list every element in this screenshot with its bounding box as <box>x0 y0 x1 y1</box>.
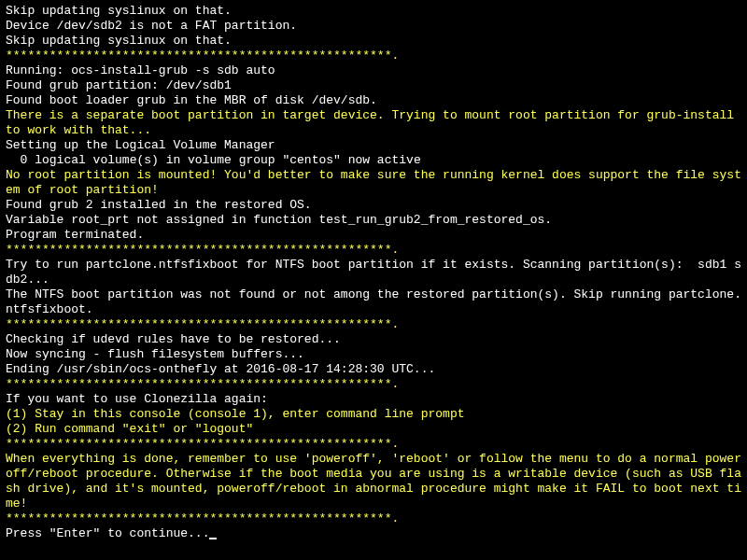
terminal-line: When everything is done, remember to use… <box>6 452 741 511</box>
terminal-line: ****************************************… <box>6 437 741 452</box>
terminal-line: Now syncing - flush filesystem buffers..… <box>6 347 741 362</box>
cursor <box>209 538 217 539</box>
terminal-line: Try to run partclone.ntfsfixboot for NTF… <box>6 258 741 287</box>
terminal-line: Found boot loader grub in the MBR of dis… <box>6 93 741 108</box>
terminal-line: Found grub partition: /dev/sdb1 <box>6 78 741 93</box>
terminal-line: Skip updating syslinux on that. <box>6 34 741 49</box>
terminal-line: Device /dev/sdb2 is not a FAT partition. <box>6 19 741 34</box>
terminal-line: Variable root_prt not assigned in functi… <box>6 213 741 228</box>
terminal-line: (2) Run command "exit" or "logout" <box>6 422 741 437</box>
terminal-line: Setting up the Logical Volume Manager <box>6 138 741 153</box>
terminal-line: Skip updating syslinux on that. <box>6 4 741 19</box>
terminal-line: 0 logical volume(s) in volume group "cen… <box>6 153 741 168</box>
terminal-line: ****************************************… <box>6 377 741 392</box>
terminal-output[interactable]: Skip updating syslinux on that.Device /d… <box>6 4 741 541</box>
terminal-line: Checking if udevd rules have to be resto… <box>6 332 741 347</box>
terminal-line: Program terminated. <box>6 228 741 243</box>
terminal-line: Press "Enter" to continue... <box>6 526 741 541</box>
terminal-line: Ending /usr/sbin/ocs-onthefly at 2016-08… <box>6 362 741 377</box>
terminal-line: ****************************************… <box>6 511 741 526</box>
terminal-line: Found grub 2 installed in the restored O… <box>6 198 741 213</box>
terminal-line: If you want to use Clonezilla again: <box>6 392 741 407</box>
terminal-line: ****************************************… <box>6 317 741 332</box>
terminal-line: There is a separate boot partition in ta… <box>6 108 741 138</box>
terminal-line: ****************************************… <box>6 49 741 63</box>
terminal-line: (1) Stay in this console (console 1), en… <box>6 407 741 422</box>
terminal-line: Running: ocs-install-grub -s sdb auto <box>6 63 741 78</box>
terminal-line: No root partition is mounted! You'd bett… <box>6 168 741 198</box>
terminal-line: ****************************************… <box>6 243 741 258</box>
terminal-line: The NTFS boot partition was not found or… <box>6 287 741 317</box>
